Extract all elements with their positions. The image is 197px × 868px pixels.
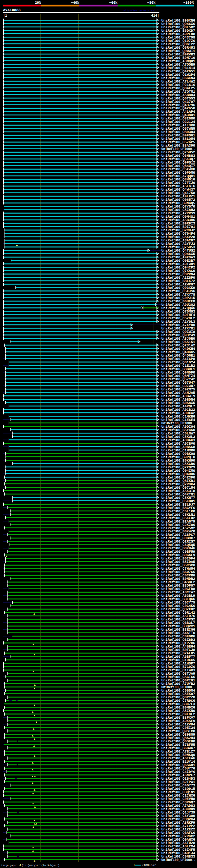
svg-text:~80%: ~80% <box>147 1 156 5</box>
svg-text:414|: 414| <box>151 14 159 18</box>
svg-text:Large gaps:: Large gaps: <box>2 864 17 867</box>
svg-text:20%: 20% <box>35 1 41 5</box>
svg-text:~60%: ~60% <box>109 1 117 5</box>
svg-text:|1: |1 <box>3 14 7 18</box>
svg-text:(in Subject): (in Subject) <box>41 864 60 867</box>
svg-text:(in Query)/: (in Query)/ <box>22 864 38 867</box>
svg-text:UniRef100_UPI000..: UniRef100_UPI000.. <box>161 858 196 862</box>
svg-text:AV410883: AV410883 <box>3 8 21 12</box>
svg-text:=100char.: =100char. <box>141 864 158 867</box>
svg-text:~40%: ~40% <box>71 1 79 5</box>
svg-text:AlignView.pm Beta rel.7: AlignView.pm Beta rel.7 <box>124 9 159 12</box>
svg-text:~100%: ~100% <box>184 1 194 5</box>
